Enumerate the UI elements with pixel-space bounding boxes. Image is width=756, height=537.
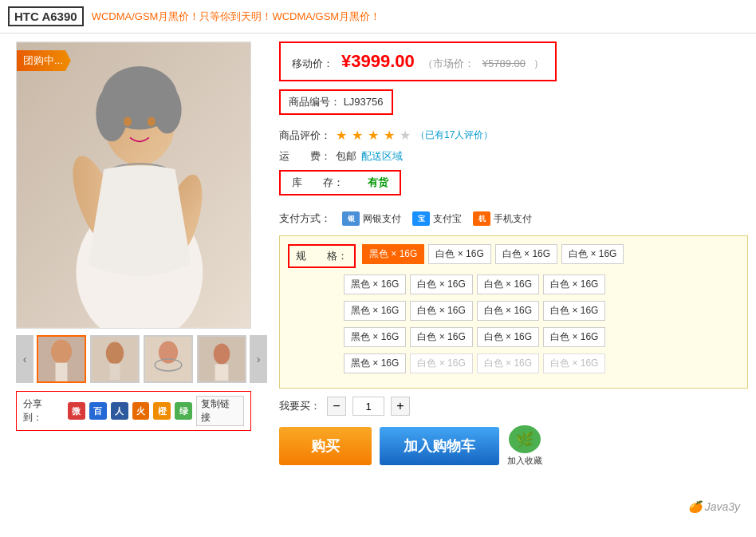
ratings-link[interactable]: （已有17人评价） <box>415 128 493 142</box>
specs-row-1: 规 格： 黑色 × 16G 白色 × 16G 白色 × 16G 白色 × 16G <box>288 244 739 268</box>
specs-row-3: 黑色 × 16G 白色 × 16G 白色 × 16G 白色 × 16G <box>344 301 739 321</box>
payment-mobile: 机 手机支付 <box>473 211 532 226</box>
left-panel: 团购中... <box>16 41 263 467</box>
bank-label: 网银支付 <box>363 212 401 226</box>
stock-label: 库 存： <box>292 176 344 190</box>
price-row: 移动价： ¥3999.00 （市场价： ¥5789.00 ） <box>292 51 544 72</box>
green-icon[interactable]: 绿 <box>175 402 192 420</box>
svg-point-18 <box>51 340 72 364</box>
spec-btn-white-16g-4b[interactable]: 白色 × 16G <box>477 327 539 347</box>
shipping-row: 运 费： 包邮 配送区域 <box>279 149 748 164</box>
renren-icon[interactable]: 人 <box>111 402 128 420</box>
svg-point-21 <box>106 342 124 365</box>
prev-arrow[interactable]: ‹ <box>16 335 33 383</box>
spec-btn-white-16g-3a[interactable]: 白色 × 16G <box>410 301 472 321</box>
weibo-icon[interactable]: 微 <box>68 402 85 420</box>
baidu-icon[interactable]: 百 <box>89 402 107 420</box>
main-content: 团购中... <box>0 34 756 475</box>
specs-options-row5: 黑色 × 16G 白色 × 16G 白色 × 16G 白色 × 16G <box>344 353 605 373</box>
specs-options-row1: 黑色 × 16G 白色 × 16G 白色 × 16G 白色 × 16G <box>362 244 624 264</box>
svg-point-6 <box>153 86 182 134</box>
price-market-prefix: （市场价： <box>423 57 474 71</box>
spec-btn-white-16g-3b[interactable]: 白色 × 16G <box>477 301 539 321</box>
star-5-empty: ★ <box>400 128 411 143</box>
price-current: ¥3999.00 <box>341 51 415 72</box>
add-to-favorite-btn[interactable]: 🌿 加入收藏 <box>507 425 542 467</box>
spec-btn-black-16g-3[interactable]: 黑色 × 16G <box>344 301 406 321</box>
alipay-icon: 宝 <box>412 211 430 226</box>
firefox-icon[interactable]: 火 <box>132 402 150 420</box>
watermark: 🍊 Java3y <box>688 500 740 513</box>
spec-btn-white-16g-1a[interactable]: 白色 × 16G <box>428 244 490 264</box>
spec-label-text: 规 格： <box>296 250 348 262</box>
specs-label-box: 规 格： <box>288 244 356 268</box>
spec-btn-white-16g-2b[interactable]: 白色 × 16G <box>477 274 539 294</box>
add-to-cart-button[interactable]: 加入购物车 <box>380 427 499 465</box>
specs-options-row4: 黑色 × 16G 白色 × 16G 白色 × 16G 白色 × 16G <box>344 327 605 347</box>
thumbs-container <box>37 335 246 383</box>
thumbnail-nav: ‹ <box>16 335 263 383</box>
price-label: 移动价： <box>292 57 333 71</box>
shipping-region-link[interactable]: 配送区域 <box>361 149 403 164</box>
quantity-input[interactable] <box>352 397 384 416</box>
specs-row-5: 黑色 × 16G 白色 × 16G 白色 × 16G 白色 × 16G <box>344 353 739 373</box>
spec-btn-black-16g-2[interactable]: 黑色 × 16G <box>344 274 406 294</box>
specs-options-row3: 黑色 × 16G 白色 × 16G 白色 × 16G 白色 × 16G <box>344 301 605 321</box>
next-arrow[interactable]: › <box>250 335 267 383</box>
payment-label: 支付方式： <box>279 211 331 226</box>
bank-icon: 银 <box>342 211 360 226</box>
price-box: 移动价： ¥3999.00 （市场价： ¥5789.00 ） <box>279 41 557 81</box>
spec-btn-white-16g-1b[interactable]: 白色 × 16G <box>495 244 557 264</box>
specs-row-4: 黑色 × 16G 白色 × 16G 白色 × 16G 白色 × 16G <box>344 327 739 347</box>
favorite-label: 加入收藏 <box>507 455 542 467</box>
specs-row-2: 黑色 × 16G 白色 × 16G 白色 × 16G 白色 × 16G <box>344 274 739 294</box>
spec-btn-black-16g-4[interactable]: 黑色 × 16G <box>344 327 406 347</box>
rating-label: 商品评价： <box>279 128 331 143</box>
ratings-row: 商品评价： ★ ★ ★ ★ ★ （已有17人评价） <box>279 128 748 143</box>
star-2: ★ <box>352 128 363 143</box>
specs-options-row2: 黑色 × 16G 白色 × 16G 白色 × 16G 白色 × 16G <box>344 274 605 294</box>
svg-point-27 <box>214 343 230 364</box>
spec-btn-black-16g-5[interactable]: 黑色 × 16G <box>344 353 406 373</box>
quantity-plus-btn[interactable]: + <box>391 397 410 416</box>
quantity-minus-btn[interactable]: − <box>327 397 346 416</box>
main-image-wrapper: 团购中... <box>16 41 251 329</box>
spec-btn-white-16g-1c[interactable]: 白色 × 16G <box>561 244 624 264</box>
group-buy-badge: 团购中... <box>17 50 71 71</box>
star-1: ★ <box>336 128 347 143</box>
code-value: LJ93756 <box>344 96 384 108</box>
spec-btn-white-16g-4a[interactable]: 白色 × 16G <box>410 327 472 347</box>
buy-button[interactable]: 购买 <box>279 427 372 465</box>
payment-bank: 银 网银支付 <box>342 211 401 226</box>
spec-btn-white-16g-5a: 白色 × 16G <box>410 353 472 373</box>
stock-row: 库 存： 有货 <box>279 170 748 203</box>
watermark-text: 🍊 Java3y <box>688 500 740 513</box>
alipay-label: 支付宝 <box>433 212 462 226</box>
product-code-box: 商品编号： LJ93756 <box>279 89 393 115</box>
spec-btn-black-16g-1[interactable]: 黑色 × 16G <box>362 244 424 264</box>
spec-btn-white-16g-2c[interactable]: 白色 × 16G <box>543 274 605 294</box>
thumb-4[interactable] <box>197 335 246 383</box>
svg-rect-28 <box>215 365 229 381</box>
spec-btn-white-16g-2a[interactable]: 白色 × 16G <box>410 274 472 294</box>
payment-alipay: 宝 支付宝 <box>412 211 462 226</box>
thumb-3[interactable] <box>144 335 193 383</box>
right-panel: 移动价： ¥3999.00 （市场价： ¥5789.00 ） 商品编号： LJ9… <box>279 41 748 467</box>
mobile-pay-icon: 机 <box>473 211 490 226</box>
star-4: ★ <box>384 128 395 143</box>
spec-btn-white-16g-5c: 白色 × 16G <box>543 353 605 373</box>
orange-icon[interactable]: 橙 <box>153 402 171 420</box>
spec-btn-white-16g-4c[interactable]: 白色 × 16G <box>543 327 605 347</box>
spec-btn-white-16g-3c[interactable]: 白色 × 16G <box>543 301 605 321</box>
svg-point-7 <box>124 117 132 127</box>
thumb-2[interactable] <box>90 335 140 383</box>
product-code-row: 商品编号： LJ93756 <box>279 89 748 121</box>
svg-point-5 <box>96 86 128 142</box>
thumb-1[interactable] <box>37 335 86 383</box>
share-bar: 分享到： 微 百 人 火 橙 绿 复制链接 <box>16 391 251 431</box>
buy-row: 购买 加入购物车 🌿 加入收藏 <box>279 425 748 467</box>
page-wrapper: HTC A6390 WCDMA/GSM月黑价！只等你到天明！WCDMA/GSM月… <box>0 0 756 537</box>
copy-link-btn[interactable]: 复制链接 <box>196 396 244 426</box>
shipping-value: 包邮 <box>336 149 356 164</box>
header-subtitle: WCDMA/GSM月黑价！只等你到天明！WCDMA/GSM月黑价！ <box>92 10 381 24</box>
